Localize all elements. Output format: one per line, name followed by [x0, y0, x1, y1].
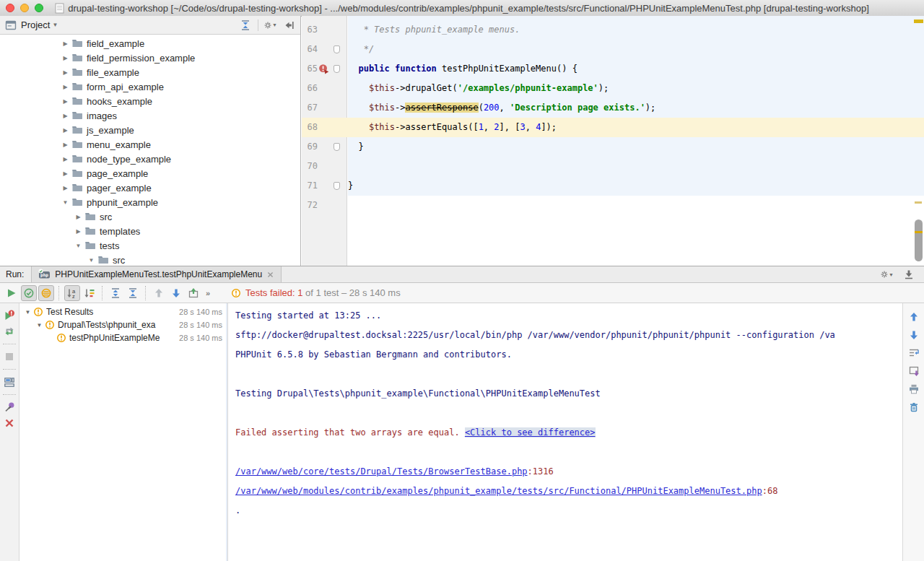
tree-collapsed-icon[interactable]: ▶: [61, 113, 70, 119]
print-icon[interactable]: [906, 381, 922, 396]
show-ignored-icon[interactable]: [38, 285, 54, 301]
next-failed-test-icon[interactable]: [168, 285, 184, 301]
sort-alphabetically-icon[interactable]: az: [64, 285, 80, 301]
editor-line[interactable]: 65 public function testPhpUnitExampleMen…: [302, 59, 912, 79]
close-tab-icon[interactable]: [266, 271, 274, 279]
project-tree-item[interactable]: ▼phpunit_example: [0, 195, 300, 209]
project-tree-item[interactable]: ▶form_api_example: [0, 79, 300, 94]
pin-tab-icon[interactable]: [1, 401, 17, 414]
minimize-window-button[interactable]: [20, 4, 29, 12]
code-text[interactable]: }: [348, 176, 353, 196]
stop-icon[interactable]: [1, 350, 17, 363]
tree-collapsed-icon[interactable]: ▶: [61, 185, 70, 191]
tree-collapsed-icon[interactable]: ▶: [61, 55, 70, 61]
down-stack-trace-icon[interactable]: [906, 327, 922, 342]
soft-wrap-icon[interactable]: [906, 345, 922, 360]
test-console[interactable]: Testing started at 13:25 ...sftp://docke…: [228, 303, 902, 561]
export-test-results-icon[interactable]: [186, 285, 201, 301]
zoom-window-button[interactable]: [35, 4, 43, 12]
tree-expanded-icon[interactable]: ▼: [35, 322, 44, 329]
project-tree-item[interactable]: ▼tests: [0, 238, 300, 253]
tree-collapsed-icon[interactable]: ▶: [61, 40, 70, 47]
code-text[interactable]: $this->assertResponse(200, 'Description …: [348, 98, 655, 118]
project-tree-item[interactable]: ▶pager_example: [0, 181, 300, 195]
tree-expanded-icon[interactable]: ▼: [87, 257, 96, 264]
fold-marker-icon[interactable]: [334, 143, 340, 151]
project-tree-item[interactable]: ▶templates: [0, 224, 300, 238]
warning-stripe-mark[interactable]: [915, 201, 922, 204]
expand-all-icon[interactable]: [108, 285, 123, 301]
project-tree-item[interactable]: ▶node_type_example: [0, 152, 300, 166]
project-tool-label[interactable]: Project: [21, 19, 50, 30]
tree-collapsed-icon[interactable]: ▶: [61, 156, 70, 162]
chevron-down-icon[interactable]: ▼: [52, 22, 58, 28]
tree-collapsed-icon[interactable]: ▶: [74, 228, 83, 235]
editor-line[interactable]: 72: [302, 196, 912, 215]
more-icon[interactable]: »: [203, 285, 219, 301]
diff-link[interactable]: <Click to see difference>: [465, 427, 596, 438]
project-tree-item[interactable]: ▶src: [0, 209, 300, 224]
project-tree-item[interactable]: ▶page_example: [0, 166, 300, 181]
code-text[interactable]: * Tests phpunit_example menus.: [348, 20, 520, 40]
rerun-failed-tests-icon[interactable]: [1, 309, 17, 322]
sort-by-duration-icon[interactable]: [82, 285, 97, 301]
editor-line[interactable]: 64 */: [302, 40, 912, 59]
tree-expanded-icon[interactable]: ▼: [61, 199, 70, 206]
scroll-to-end-icon[interactable]: [906, 363, 922, 378]
test-tree-row[interactable]: ▼Drupal\Tests\phpunit_exa28 s 140 ms: [20, 318, 226, 331]
stack-trace-link[interactable]: /var/www/web/core/tests/Drupal/Tests/Bro…: [235, 466, 528, 477]
editor-error-stripe[interactable]: [912, 16, 924, 266]
project-tree-item[interactable]: ▶js_example: [0, 123, 300, 137]
collapse-all-icon[interactable]: [125, 285, 141, 301]
project-tree-item[interactable]: ▶field_permission_example: [0, 51, 300, 65]
previous-failed-test-icon[interactable]: [151, 285, 167, 301]
code-text[interactable]: $this->assertEquals([1, 2], [3, 4]);: [348, 118, 557, 137]
editor-line[interactable]: 67 $this->assertResponse(200, 'Descripti…: [302, 98, 912, 118]
run-tab[interactable]: php PHPUnitExampleMenuTest.testPhpUnitEx…: [31, 266, 282, 282]
code-text[interactable]: }: [348, 137, 364, 157]
rerun-icon[interactable]: [4, 285, 19, 301]
tree-collapsed-icon[interactable]: ▶: [61, 84, 70, 90]
up-stack-trace-icon[interactable]: [906, 309, 922, 324]
tree-expanded-icon[interactable]: ▼: [74, 243, 83, 249]
editor-line[interactable]: 70: [302, 157, 912, 176]
test-tree-row[interactable]: ▼Test Results28 s 140 ms: [20, 305, 226, 318]
editor[interactable]: 63 * Tests phpunit_example menus.64 */65…: [302, 16, 924, 266]
project-tree-item[interactable]: ▶field_example: [0, 36, 300, 51]
code-text[interactable]: $this->drupalGet('/examples/phpunit-exam…: [348, 79, 609, 98]
tree-collapsed-icon[interactable]: ▶: [61, 69, 70, 76]
auto-test-icon[interactable]: [1, 325, 17, 338]
clear-all-icon[interactable]: [906, 399, 922, 414]
project-tree-item[interactable]: ▼src: [0, 253, 300, 266]
test-tree-row[interactable]: testPhpUnitExampleMe28 s 140 ms: [20, 331, 226, 344]
restore-layout-icon[interactable]: [1, 375, 17, 388]
project-tree-item[interactable]: ▶images: [0, 108, 300, 123]
editor-line[interactable]: 66 $this->drupalGet('/examples/phpunit-e…: [302, 79, 912, 98]
show-passed-icon[interactable]: [21, 285, 37, 301]
fold-marker-icon[interactable]: [334, 45, 340, 53]
tree-collapsed-icon[interactable]: ▶: [61, 127, 70, 134]
close-icon[interactable]: [1, 417, 17, 430]
editor-line[interactable]: 69 }: [302, 137, 912, 157]
project-tree-item[interactable]: ▶hooks_example: [0, 94, 300, 108]
editor-line[interactable]: 71}: [302, 176, 912, 196]
project-tree-item[interactable]: ▶file_example: [0, 65, 300, 79]
failed-test-icon[interactable]: [318, 64, 330, 74]
code-text[interactable]: */: [348, 40, 374, 59]
settings-gear-icon[interactable]: ▼: [881, 268, 894, 281]
tree-collapsed-icon[interactable]: ▶: [74, 214, 83, 220]
code-text[interactable]: public function testPhpUnitExampleMenu()…: [348, 59, 578, 79]
stack-trace-link[interactable]: /var/www/web/modules/contrib/examples/ph…: [235, 486, 762, 496]
fold-marker-icon[interactable]: [334, 65, 340, 73]
editor-scrollbar-thumb[interactable]: [915, 219, 923, 261]
close-window-button[interactable]: [6, 4, 14, 12]
project-tree-item[interactable]: ▶menu_example: [0, 137, 300, 152]
dock-icon[interactable]: [902, 268, 915, 281]
tree-collapsed-icon[interactable]: ▶: [61, 142, 70, 148]
fold-marker-icon[interactable]: [334, 182, 340, 190]
tree-expanded-icon[interactable]: ▼: [23, 309, 32, 316]
editor-line[interactable]: 63 * Tests phpunit_example menus.: [302, 20, 912, 40]
hide-panel-icon[interactable]: [283, 19, 296, 32]
tree-collapsed-icon[interactable]: ▶: [61, 98, 70, 105]
editor-line[interactable]: 68 $this->assertEquals([1, 2], [3, 4]);: [302, 118, 912, 137]
